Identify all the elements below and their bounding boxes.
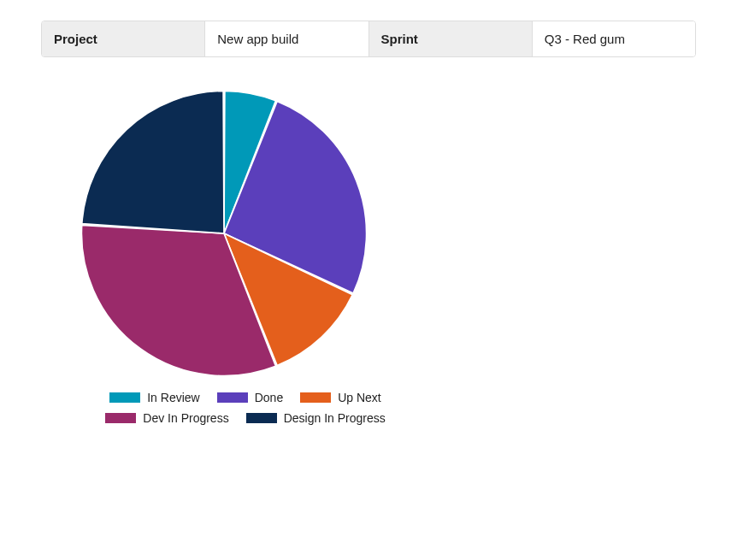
- legend-item-up-next: Up Next: [300, 391, 381, 404]
- legend-swatch: [105, 413, 136, 423]
- chart-legend: In ReviewDoneUp NextDev In ProgressDesig…: [79, 391, 412, 425]
- legend-item-design-in-progress: Design In Progress: [246, 411, 386, 425]
- pie-slice-design-in-progress: [82, 91, 224, 233]
- sprint-label-cell: Sprint: [369, 21, 533, 56]
- sprint-value-cell: Q3 - Red gum: [533, 21, 695, 56]
- pie-svg: [79, 88, 369, 379]
- chart-area: In ReviewDoneUp NextDev In ProgressDesig…: [79, 88, 412, 425]
- legend-item-in-review: In Review: [109, 391, 199, 404]
- legend-item-done: Done: [217, 391, 283, 404]
- legend-swatch: [300, 392, 331, 403]
- legend-label: Dev In Progress: [143, 411, 228, 425]
- project-value-cell: New app build: [205, 21, 368, 56]
- legend-swatch: [217, 392, 248, 403]
- project-label-cell: Project: [42, 21, 205, 56]
- pie-chart: [79, 88, 369, 379]
- legend-item-dev-in-progress: Dev In Progress: [105, 411, 228, 425]
- legend-swatch: [246, 413, 277, 423]
- legend-label: Design In Progress: [284, 411, 386, 425]
- project-info-table: Project New app build Sprint Q3 - Red gu…: [41, 21, 696, 57]
- legend-swatch: [109, 392, 140, 403]
- legend-label: Done: [255, 391, 283, 404]
- legend-label: In Review: [147, 391, 199, 404]
- legend-label: Up Next: [338, 391, 381, 404]
